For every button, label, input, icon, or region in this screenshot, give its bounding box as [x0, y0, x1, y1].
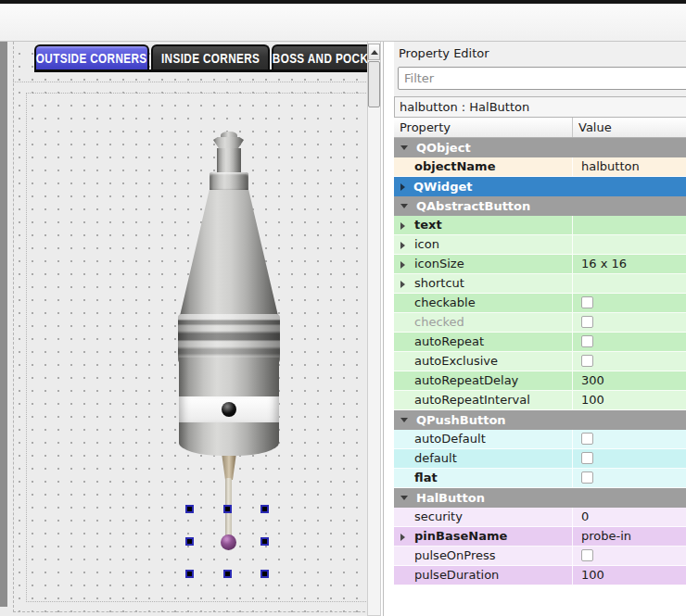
property-value-cell[interactable]: 300: [573, 371, 686, 391]
property-row-autoRepeatDelay[interactable]: autoRepeatDelay300: [394, 371, 686, 391]
canvas-vertical-scrollbar[interactable]: [367, 42, 381, 616]
selection-handle[interactable]: [260, 505, 269, 513]
property-value-cell[interactable]: [573, 235, 686, 255]
property-row-security[interactable]: security0: [394, 508, 686, 527]
property-name-cell[interactable]: icon: [394, 235, 573, 255]
selection-handle[interactable]: [185, 505, 194, 513]
property-value: probe-in: [581, 529, 631, 543]
content-area: OUTSIDE CORNERSINSIDE CORNERSBOSS AND PO…: [0, 42, 686, 616]
panel-splitter[interactable]: [381, 42, 394, 616]
property-value-cell[interactable]: [573, 333, 686, 352]
property-name-cell[interactable]: pinBaseName: [394, 527, 573, 547]
property-value-cell[interactable]: 100: [573, 391, 686, 410]
expanded-arrow-icon[interactable]: [400, 496, 408, 500]
group-label: QWidget: [413, 180, 473, 194]
column-header-value[interactable]: Value: [573, 118, 686, 137]
property-row-default[interactable]: default: [394, 449, 686, 469]
property-value: 16 x 16: [581, 257, 627, 270]
checkbox-unchecked[interactable]: [581, 355, 593, 367]
column-header-property[interactable]: Property: [394, 118, 573, 137]
property-row-autoRepeatInterval[interactable]: autoRepeatInterval100: [394, 391, 686, 410]
property-value-cell[interactable]: [573, 449, 686, 469]
property-group-qpushbutton[interactable]: QPushButton: [394, 410, 686, 430]
tab-boss-and-pocket[interactable]: BOSS AND POCKET: [272, 44, 375, 69]
property-name-cell[interactable]: shortcut: [394, 274, 573, 294]
property-row-flat[interactable]: flat: [394, 469, 686, 488]
property-row-pulseOnPress[interactable]: pulseOnPress: [394, 547, 686, 566]
property-value-cell[interactable]: [573, 469, 686, 488]
checkbox-unchecked[interactable]: [581, 471, 593, 484]
property-name-cell[interactable]: autoRepeatDelay: [394, 371, 573, 391]
checkbox-unchecked[interactable]: [581, 335, 593, 347]
property-value-cell[interactable]: [573, 294, 686, 313]
checkbox-unchecked[interactable]: [581, 452, 593, 464]
selection-handle[interactable]: [185, 537, 194, 546]
property-name-cell[interactable]: autoRepeat: [394, 333, 573, 352]
property-row-autoDefault[interactable]: autoDefault: [394, 430, 686, 449]
property-name-cell[interactable]: default: [394, 449, 573, 469]
tab-inside-corners[interactable]: INSIDE CORNERS: [151, 44, 270, 69]
checkbox-unchecked[interactable]: [581, 316, 593, 328]
property-row-autoRepeat[interactable]: autoRepeat: [394, 333, 686, 352]
property-row-autoExclusive[interactable]: autoExclusive: [394, 352, 686, 371]
property-name-cell[interactable]: autoDefault: [394, 430, 573, 449]
property-value-cell[interactable]: 100: [573, 566, 686, 585]
collapsed-arrow-icon[interactable]: [400, 261, 405, 269]
property-name-cell[interactable]: checkable: [394, 294, 573, 313]
property-row-pulseDuration[interactable]: pulseDuration100: [394, 566, 686, 585]
expanded-arrow-icon[interactable]: [400, 204, 408, 208]
selection-handle[interactable]: [223, 505, 232, 513]
property-group-qwidget[interactable]: QWidget: [394, 177, 686, 196]
selection-handle[interactable]: [260, 570, 269, 578]
checkbox-unchecked[interactable]: [581, 433, 593, 445]
property-value-cell[interactable]: [573, 547, 686, 566]
property-name-cell[interactable]: checked: [394, 313, 573, 333]
property-name-cell[interactable]: text: [394, 216, 573, 235]
expanded-arrow-icon[interactable]: [400, 145, 408, 150]
collapsed-arrow-icon[interactable]: [400, 222, 405, 230]
property-name-cell[interactable]: autoExclusive: [394, 352, 573, 371]
property-name-cell[interactable]: objectName: [394, 157, 573, 177]
property-name-cell[interactable]: pulseDuration: [394, 566, 573, 585]
property-group-qobject[interactable]: QObject: [394, 138, 686, 157]
selection-handle[interactable]: [185, 570, 194, 578]
property-value-cell[interactable]: [573, 313, 686, 333]
expanded-arrow-icon[interactable]: [400, 418, 408, 422]
collapsed-arrow-icon[interactable]: [400, 242, 405, 249]
property-group-halbutton[interactable]: HalButton: [394, 488, 686, 508]
form-design-canvas[interactable]: OUTSIDE CORNERSINSIDE CORNERSBOSS AND PO…: [7, 42, 375, 616]
property-value-cell[interactable]: halbutton: [573, 157, 686, 177]
property-name-cell[interactable]: iconSize: [394, 255, 573, 274]
property-row-icon[interactable]: icon: [394, 235, 686, 255]
property-name-cell[interactable]: pulseOnPress: [394, 547, 573, 566]
collapsed-arrow-icon[interactable]: [400, 281, 405, 288]
collapseed-arrow-icon[interactable]: [400, 183, 405, 191]
property-value-cell[interactable]: [573, 216, 686, 235]
property-row-objectName[interactable]: objectNamehalbutton: [394, 157, 686, 177]
property-row-checkable[interactable]: checkable: [394, 294, 686, 313]
property-row-checked[interactable]: checked: [394, 313, 686, 333]
scrollbar-thumb[interactable]: [368, 61, 380, 107]
property-value-cell[interactable]: [573, 430, 686, 449]
property-name-cell[interactable]: flat: [394, 469, 573, 488]
property-value-cell[interactable]: [573, 352, 686, 371]
property-row-iconSize[interactable]: iconSize16 x 16: [394, 255, 686, 274]
collapsed-arrow-icon[interactable]: [400, 534, 405, 541]
tab-outside-corners[interactable]: OUTSIDE CORNERS: [34, 44, 149, 69]
property-row-pinBaseName[interactable]: pinBaseNameprobe-in: [394, 527, 686, 547]
checkbox-unchecked[interactable]: [581, 549, 593, 561]
property-row-text[interactable]: text: [394, 216, 686, 235]
filter-input[interactable]: [398, 67, 686, 90]
checkbox-unchecked[interactable]: [581, 296, 593, 308]
property-group-qabstractbutton[interactable]: QAbstractButton: [394, 196, 686, 216]
selection-handle[interactable]: [260, 537, 269, 546]
property-name-cell[interactable]: autoRepeatInterval: [394, 391, 573, 410]
property-value-cell[interactable]: 16 x 16: [573, 255, 686, 274]
scroll-up-button[interactable]: [368, 44, 380, 60]
property-row-shortcut[interactable]: shortcut: [394, 274, 686, 294]
property-value-cell[interactable]: 0: [573, 508, 686, 527]
property-name-cell[interactable]: security: [394, 508, 573, 527]
selection-handle[interactable]: [223, 570, 232, 578]
property-value-cell[interactable]: [573, 274, 686, 294]
property-value-cell[interactable]: probe-in: [573, 527, 686, 547]
